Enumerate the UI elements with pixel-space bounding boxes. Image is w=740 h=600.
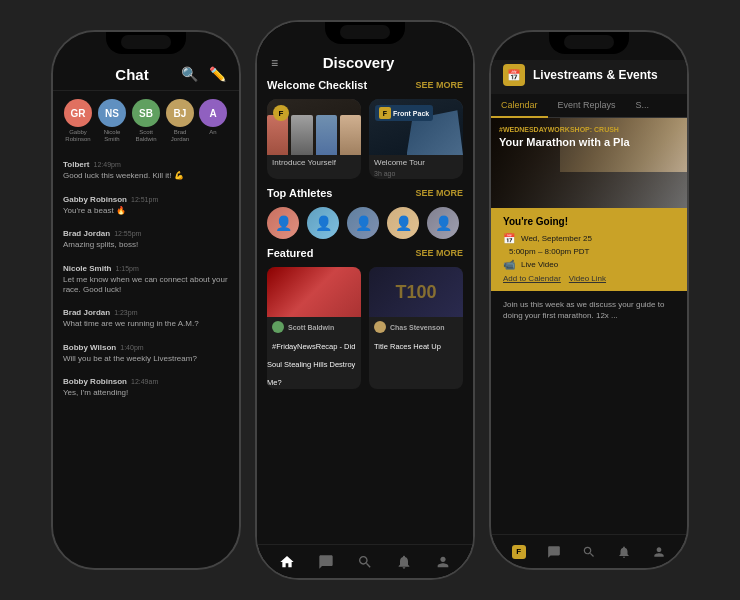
notch-right — [549, 32, 629, 54]
person-2 — [291, 115, 312, 155]
card-label-introduce: Introduce Yourself — [267, 155, 361, 170]
chat-header-icons: 🔍 ✏️ — [179, 64, 227, 84]
athlete-avatar-1[interactable]: 👤 — [267, 207, 299, 239]
event-type: Live Video — [521, 260, 558, 269]
chat-message[interactable]: Gabby Robinson12:51pm You're a beast 🔥 — [63, 188, 229, 216]
event-title: Your Marathon with a Pla — [499, 136, 679, 149]
tab-schedule[interactable]: S... — [626, 94, 660, 117]
event-date: Wed, September 25 — [521, 234, 592, 243]
nav-profile[interactable] — [433, 552, 453, 572]
avatar-item[interactable]: A An — [199, 99, 227, 143]
video-icon: 📹 — [503, 259, 515, 270]
discovery-header: ≡ Discovery — [257, 50, 473, 79]
introduce-yourself-card[interactable]: F Introduce Yourself — [267, 99, 361, 179]
avatar-item[interactable]: BJ Brad Jordan — [165, 99, 195, 143]
event-banner: #WednesdayWorkshop: Crush Your Marathon … — [491, 118, 687, 208]
notch-left — [106, 32, 186, 54]
msg-sender: Brad Jordan — [63, 308, 110, 317]
chat-message[interactable]: Bobby Wilson1:40pm Will you be at the we… — [63, 336, 229, 364]
avatar-item[interactable]: NS Nicole Smith — [97, 99, 127, 143]
msg-time: 1:40pm — [120, 344, 143, 351]
athlete-avatar-5[interactable]: 👤 — [427, 207, 459, 239]
chat-message[interactable]: Bobby Robinson12:49am Yes, I'm attending… — [63, 370, 229, 398]
event-description: Join us this week as we discuss your gui… — [491, 291, 687, 534]
avatar-circle: BJ — [166, 99, 194, 127]
discovery-title: Discovery — [278, 54, 439, 71]
top-athletes-title: Top Athletes — [267, 187, 332, 199]
msg-text: Yes, I'm attending! — [63, 388, 229, 398]
add-to-calendar-link[interactable]: Add to Calendar — [503, 274, 561, 283]
nav-chat[interactable] — [316, 552, 336, 572]
video-link[interactable]: Video Link — [569, 274, 606, 283]
avatar-circle: A — [199, 99, 227, 127]
avatar-label: Gabby Robinson — [63, 129, 93, 143]
featured-card-title-2: Title Races Heat Up — [369, 342, 446, 355]
welcome-tour-card[interactable]: F Front Pack Welcome Tour 3h ago — [369, 99, 463, 179]
athlete-figure-1: 👤 — [267, 207, 299, 239]
avatar-label: Nicole Smith — [97, 129, 127, 143]
avatar-item[interactable]: SB Scott Baldwin — [131, 99, 161, 143]
msg-sender: Bobby Wilson — [63, 343, 116, 352]
chat-message[interactable]: Brad Jordan12:55pm Amazing splits, boss! — [63, 222, 229, 250]
avatar-circle: NS — [98, 99, 126, 127]
msg-text: What time are we running in the A.M.? — [63, 319, 229, 329]
scene: Chat 🔍 ✏️ GR Gabby Robinson NS Nicole Sm… — [0, 0, 740, 600]
msg-time: 1:23pm — [114, 309, 137, 316]
menu-icon[interactable]: ≡ — [271, 56, 278, 70]
compose-icon[interactable]: ✏️ — [207, 64, 227, 84]
author-avatar-1 — [272, 321, 284, 333]
nav-search[interactable] — [355, 552, 375, 572]
athlete-avatar-3[interactable]: 👤 — [347, 207, 379, 239]
msg-text: Amazing splits, boss! — [63, 240, 229, 250]
livestreams-tabs: Calendar Event Replays S... — [491, 94, 687, 118]
avatar-circle: GR — [64, 99, 92, 127]
msg-time: 12:55pm — [114, 230, 141, 237]
intro-people — [267, 115, 361, 155]
nav-bell[interactable] — [394, 552, 414, 572]
nav-logo[interactable]: F — [509, 542, 529, 562]
chat-message[interactable]: Brad Jordan1:23pm What time are we runni… — [63, 301, 229, 329]
featured-card-1[interactable]: Scott Baldwin #FridayNewsRecap - Did Sou… — [267, 267, 361, 389]
livestreams-header: 📅 Livestreams & Events — [491, 60, 687, 94]
athlete-figure-5: 👤 — [427, 207, 459, 239]
athlete-avatar-4[interactable]: 👤 — [387, 207, 419, 239]
livestreams-title: Livestreams & Events — [533, 68, 675, 82]
fp-logo-overlay: F — [273, 105, 289, 121]
front-pack-logo: F Front Pack — [375, 105, 433, 121]
welcome-visual: F Front Pack — [369, 99, 463, 155]
avatar-row: GR Gabby Robinson NS Nicole Smith SB Sco… — [53, 91, 239, 147]
chat-message[interactable]: Tolbert12:49pm Good luck this weekend. K… — [63, 153, 229, 181]
athlete-figure-4: 👤 — [387, 207, 419, 239]
search-icon[interactable]: 🔍 — [179, 64, 199, 84]
chat-message[interactable]: Nicole Smith1:15pm Let me know when we c… — [63, 257, 229, 296]
featured-cards: Scott Baldwin #FridayNewsRecap - Did Sou… — [267, 267, 463, 389]
avatar-item[interactable]: GR Gabby Robinson — [63, 99, 93, 143]
see-more-featured[interactable]: SEE MORE — [415, 248, 463, 258]
athlete-figure-2: 👤 — [307, 207, 339, 239]
person-3 — [316, 115, 337, 155]
msg-sender: Brad Jordan — [63, 229, 110, 238]
see-more-checklist[interactable]: SEE MORE — [415, 80, 463, 90]
nav-bell-right[interactable] — [614, 542, 634, 562]
see-more-athletes[interactable]: SEE MORE — [415, 188, 463, 198]
featured-card-2[interactable]: T100 Chas Stevenson Title Races Heat Up — [369, 267, 463, 389]
featured-card-title-1: #FridayNewsRecap - Did Soul Stealing Hil… — [267, 342, 355, 389]
featured-author-1: Scott Baldwin — [267, 317, 361, 335]
event-hashtag: #WednesdayWorkshop: Crush — [499, 126, 679, 133]
welcome-checklist-title: Welcome Checklist — [267, 79, 367, 91]
introduce-visual: F — [267, 99, 361, 155]
welcome-checklist-header: Welcome Checklist SEE MORE — [267, 79, 463, 91]
tab-calendar[interactable]: Calendar — [491, 94, 548, 118]
nav-profile-right[interactable] — [649, 542, 669, 562]
msg-text: Let me know when we can connect about yo… — [63, 275, 229, 296]
nav-chat-right[interactable] — [544, 542, 564, 562]
featured-title: Featured — [267, 247, 313, 259]
discovery-content: Welcome Checklist SEE MORE — [257, 79, 473, 544]
athlete-avatar-2[interactable]: 👤 — [307, 207, 339, 239]
event-details: You're Going! 📅 Wed, September 25 5:00pm… — [491, 208, 687, 291]
nav-home[interactable] — [277, 552, 297, 572]
msg-time: 12:51pm — [131, 196, 158, 203]
card-image-welcome: F Front Pack — [369, 99, 463, 155]
nav-search-right[interactable] — [579, 542, 599, 562]
tab-event-replays[interactable]: Event Replays — [548, 94, 626, 117]
